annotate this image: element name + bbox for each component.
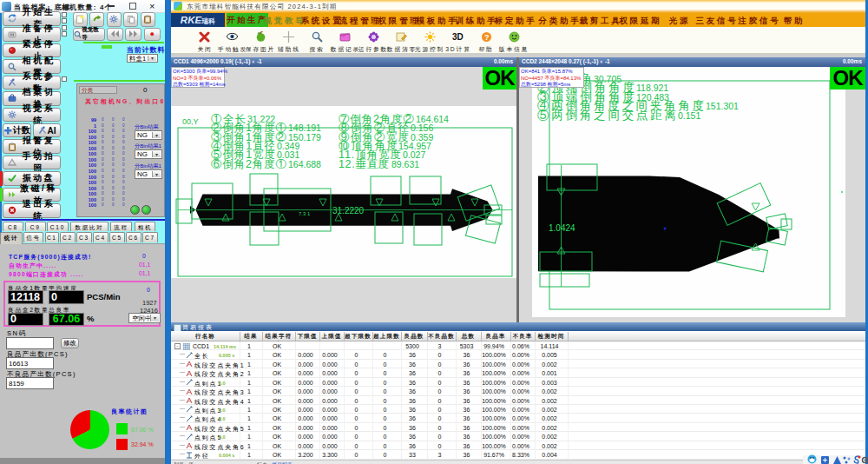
svg-text:89.631: 89.631 bbox=[391, 159, 419, 169]
svg-text:1.0424: 1.0424 bbox=[549, 223, 575, 233]
svg-text:0.151: 0.151 bbox=[678, 110, 700, 121]
svg-text:31.2220: 31.2220 bbox=[332, 206, 365, 215]
svg-text:⑥倒角2角度①: ⑥倒角2角度① bbox=[211, 158, 286, 170]
svg-text:3D: 3D bbox=[452, 32, 464, 42]
svg-text:164.688: 164.688 bbox=[288, 159, 321, 169]
svg-text:7.3 1: 7.3 1 bbox=[299, 211, 311, 216]
svg-text:?: ? bbox=[484, 33, 490, 42]
svg-text:151.301: 151.301 bbox=[706, 101, 739, 111]
svg-text:12.垂直度: 12.垂直度 bbox=[339, 158, 389, 170]
svg-text:00,Y: 00,Y bbox=[182, 117, 199, 126]
